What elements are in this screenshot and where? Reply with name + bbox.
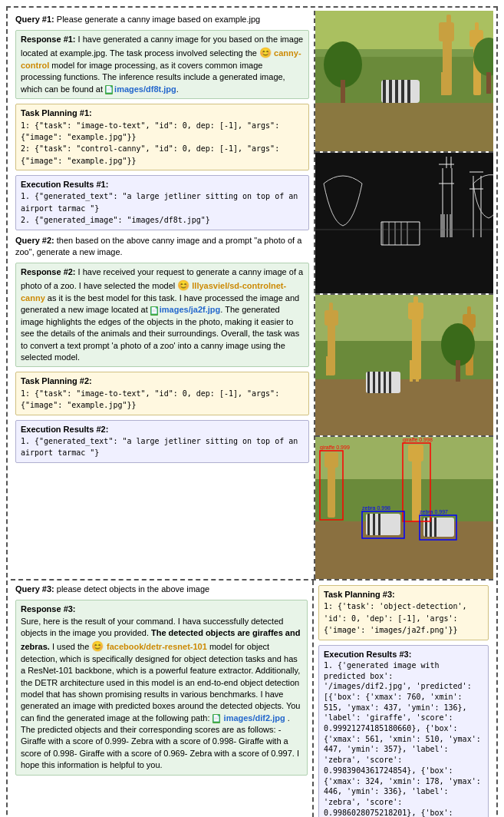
svg-text:zebra 0.998: zebra 0.998 — [362, 505, 390, 511]
response-3-file[interactable]: images/dif2.jpg — [224, 713, 285, 723]
svg-rect-7 — [441, 72, 444, 95]
exec-1-line2: 2. {"generated_image": "images/df8t.jpg"… — [21, 214, 304, 226]
response-2-text: I have received your request to generate… — [21, 267, 303, 362]
svg-rect-39 — [467, 306, 471, 317]
svg-rect-11 — [475, 22, 479, 34]
svg-rect-36 — [416, 360, 419, 382]
svg-rect-22 — [315, 153, 493, 295]
bottom-right-col: Task Planning #3: 1: {'task': 'object-de… — [314, 580, 493, 817]
exec-3-box: Execution Results #3: 1. {'generated ima… — [318, 645, 489, 817]
image-canny — [315, 153, 493, 295]
svg-rect-62 — [434, 518, 436, 537]
svg-rect-14 — [389, 80, 392, 103]
exec-2-label: Execution Results #2: — [21, 424, 304, 435]
response-1-file[interactable]: images/df8t.jpg — [114, 84, 176, 94]
exec-3-label: Execution Results #3: — [324, 649, 483, 660]
task-1-line2: 2: {"task": "control-canny", "id": 0, de… — [21, 143, 304, 167]
svg-rect-13 — [383, 80, 386, 103]
svg-text:giraffe 0.998: giraffe 0.998 — [403, 437, 433, 443]
svg-rect-41 — [367, 372, 370, 393]
task-1-box: Task Planning #1: 1: {"task": "image-to-… — [15, 104, 309, 170]
exec-2-box: Execution Results #2: 1. {"generated_tex… — [15, 420, 309, 463]
svg-rect-43 — [378, 372, 380, 393]
svg-rect-19 — [341, 80, 345, 103]
query-3-label: Query #3: — [15, 584, 54, 594]
exec-1-label: Execution Results #1: — [21, 179, 304, 190]
svg-rect-31 — [331, 356, 334, 375]
query-3-text: please detect objects in the above image — [57, 584, 209, 594]
image-savanna — [315, 11, 493, 153]
svg-rect-16 — [401, 80, 404, 103]
task-3-line1: 1: {'task': 'object-detection', 'id': 0,… — [324, 600, 483, 636]
query-1-label: Query #1: — [15, 15, 54, 24]
svg-point-46 — [441, 323, 475, 366]
response-3-label: Response #3: — [21, 604, 302, 615]
task-1-label: Task Planning #1: — [21, 108, 304, 119]
svg-rect-12 — [381, 80, 420, 103]
svg-rect-30 — [326, 356, 328, 375]
file-icon-1: 📄 — [105, 85, 113, 94]
file-icon-3: 📄 — [212, 714, 220, 723]
exec-1-box: Execution Results #1: 1. {"generated_tex… — [15, 175, 309, 230]
emoji-icon-2: 😊 — [177, 280, 189, 291]
response-2-model[interactable]: lllyasviel/sd-controlnet-canny — [21, 281, 286, 303]
query-2-label: Query #2: — [15, 236, 54, 245]
svg-rect-17 — [407, 80, 410, 103]
svg-rect-60 — [425, 518, 427, 537]
task-2-label: Task Planning #2: — [21, 375, 304, 387]
response-1-box: Response #1: I have generated a canny im… — [15, 30, 309, 99]
svg-rect-54 — [408, 445, 423, 461]
emoji-icon-3: 😊 — [91, 640, 107, 652]
svg-rect-15 — [395, 80, 398, 103]
svg-rect-8 — [447, 72, 450, 95]
task-3-box: Task Planning #3: 1: {'task': 'object-de… — [318, 585, 489, 640]
query-3-block: Query #3: please detect objects in the a… — [15, 584, 308, 595]
svg-rect-25 — [315, 379, 493, 437]
svg-rect-56 — [367, 514, 370, 535]
query-1-text: Please generate a canny image based on e… — [57, 15, 260, 24]
svg-rect-42 — [373, 372, 375, 393]
query-2-block: Query #2: then based on the above canny … — [15, 235, 309, 259]
right-images-col: giraffe 0.999 giraffe 0.998 zebra 0.998 … — [314, 11, 493, 579]
exec-2-line1: 1. {"generated_text": "a large jetliner … — [21, 435, 304, 459]
svg-rect-45 — [389, 372, 391, 393]
svg-rect-55 — [366, 514, 400, 535]
svg-rect-52 — [324, 452, 338, 468]
svg-text:zebra 0.997: zebra 0.997 — [420, 509, 448, 514]
task-3-label: Task Planning #3: — [324, 589, 483, 600]
response-2-box: Response #2: I have received your reques… — [15, 263, 309, 367]
response-3-text: Sure, here is the result of your command… — [21, 616, 302, 772]
response-2-label: Response #2: — [21, 267, 76, 276]
image-zoo — [315, 295, 493, 437]
response-3-box: Response #3: Sure, here is the result of… — [15, 600, 308, 775]
bottom-left-col: Query #3: please detect objects in the a… — [11, 580, 314, 817]
svg-rect-34 — [413, 296, 418, 307]
response-3-model[interactable]: facebook/detr-resnet-101 — [107, 642, 207, 651]
svg-rect-58 — [378, 514, 380, 535]
bottom-row: Query #3: please detect objects in the a… — [11, 579, 493, 817]
task-1-line1: 1: {"task": "image-to-text", "id": 0, de… — [21, 120, 304, 144]
task-2-line1: 1: {"task": "image-to-text", "id": 0, de… — [21, 388, 304, 412]
svg-rect-47 — [456, 360, 460, 382]
exec-1-line1: 1. {"generated_text": "a large jetliner … — [21, 190, 304, 214]
svg-rect-59 — [423, 518, 454, 537]
svg-rect-6 — [446, 15, 451, 28]
exec-3-line1: 1. {'generated image with predicted box'… — [324, 660, 483, 817]
svg-text:giraffe 0.999: giraffe 0.999 — [320, 445, 350, 451]
svg-rect-21 — [486, 72, 491, 94]
svg-rect-40 — [366, 372, 400, 393]
emoji-icon: 😊 — [259, 47, 272, 58]
svg-rect-57 — [373, 514, 375, 535]
svg-rect-29 — [329, 303, 333, 313]
response-1-label: Response #1: — [21, 35, 76, 44]
task-2-box: Task Planning #2: 1: {"task": "image-to-… — [15, 372, 309, 415]
query-2-text: then based on the above canny image and … — [15, 236, 301, 256]
query-1-block: Query #1: Please generate a canny image … — [15, 14, 309, 25]
file-icon-2: 📄 — [150, 306, 158, 316]
svg-rect-35 — [410, 360, 413, 382]
image-detected: giraffe 0.999 giraffe 0.998 zebra 0.998 … — [315, 437, 493, 579]
response-2-file[interactable]: images/ja2f.jpg — [160, 305, 220, 314]
svg-rect-44 — [384, 372, 386, 393]
